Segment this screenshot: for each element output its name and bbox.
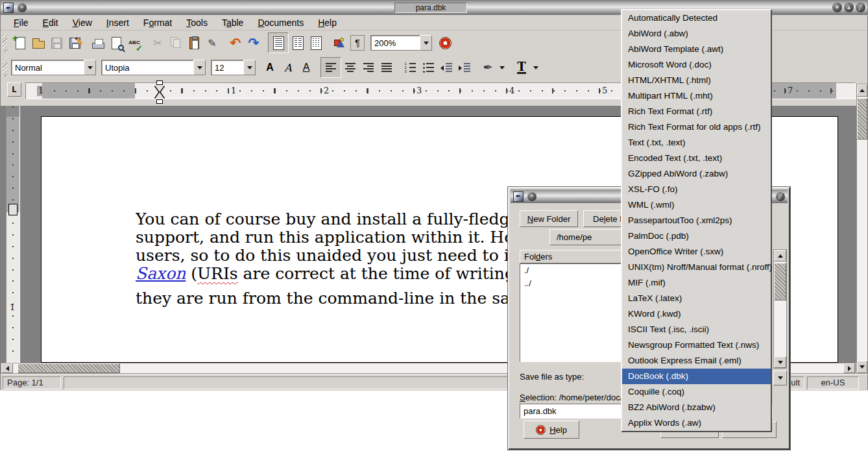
font-color-dropdown[interactable] <box>531 58 541 77</box>
file-type-option[interactable]: WML (.wml) <box>622 197 771 213</box>
file-type-option[interactable]: Multipart HTML (.mht) <box>622 88 771 104</box>
file-type-option[interactable]: KWord (.kwd) <box>622 306 771 322</box>
decrease-indent-button[interactable] <box>437 58 455 77</box>
new-folder-button[interactable]: New Folder <box>520 210 578 227</box>
language-indicator[interactable]: en-US <box>807 376 859 389</box>
dialog-help-button[interactable]: Help <box>524 421 579 439</box>
file-type-option[interactable]: GZipped AbiWord (.zabw) <box>622 166 771 182</box>
style-value[interactable]: Normal <box>11 60 84 75</box>
file-type-option[interactable]: Coquille (.coq) <box>622 384 771 400</box>
menu-item[interactable]: Tools <box>180 16 214 29</box>
file-type-option[interactable]: UNIX(tm) Nroff/Manual format (.nroff) <box>622 260 771 275</box>
menu-item[interactable]: Documents <box>251 16 310 29</box>
window-menu-button[interactable]: • <box>18 3 27 12</box>
menu-item[interactable]: Table <box>215 16 250 29</box>
menu-item[interactable]: Insert <box>100 16 136 29</box>
spellcheck-button[interactable]: ABC✓ <box>125 34 143 52</box>
font-color-button[interactable]: T <box>512 58 531 77</box>
menu-item[interactable]: Help <box>311 16 343 29</box>
file-type-option[interactable]: Applix Words (.aw) <box>622 415 771 431</box>
file-type-combo-arrow[interactable] <box>773 371 787 385</box>
file-type-option[interactable]: Newsgroup Formatted Text (.nws) <box>622 337 771 353</box>
help-button[interactable] <box>436 34 454 52</box>
dialog-menu-button[interactable]: • <box>527 192 536 201</box>
highlight-color-button[interactable]: ✒ <box>479 58 497 77</box>
file-type-option[interactable]: Rich Text Format for old apps (.rtf) <box>622 119 771 135</box>
left-indent-handle-bottom[interactable] <box>155 92 164 99</box>
file-type-option[interactable]: PalmDoc (.pdb) <box>622 228 771 244</box>
first-line-indent-handle[interactable] <box>156 80 163 85</box>
underline-button[interactable]: A <box>297 58 315 77</box>
print-preview-button[interactable] <box>107 34 125 52</box>
open-button[interactable] <box>29 34 47 52</box>
tab-selector-button[interactable]: L <box>7 82 21 97</box>
font-size-dropdown-button[interactable] <box>243 60 256 75</box>
save-as-button[interactable] <box>66 34 84 52</box>
file-type-option[interactable]: AbiWord Template (.awt) <box>622 42 771 57</box>
save-button[interactable] <box>47 34 66 52</box>
top-margin-handle[interactable] <box>8 204 18 215</box>
file-type-option[interactable]: OpenOffice Writer (.sxw) <box>622 244 771 260</box>
files-scroll-down-button[interactable] <box>774 356 786 368</box>
align-justify-button[interactable] <box>378 58 396 77</box>
scroll-down-button[interactable] <box>857 361 867 373</box>
files-scroll-thumb[interactable] <box>774 263 786 300</box>
cut-button[interactable]: ✂ <box>149 34 167 52</box>
zoom-value[interactable]: 200% <box>370 35 420 51</box>
paste-button[interactable] <box>185 34 203 52</box>
view-three-columns-button[interactable] <box>307 34 325 52</box>
files-scroll-up-button[interactable] <box>774 250 786 262</box>
zoom-page-button[interactable] <box>330 34 348 52</box>
menu-item[interactable]: Format <box>137 16 178 29</box>
view-one-column-button[interactable] <box>268 32 289 53</box>
undo-button[interactable]: ↶ <box>226 34 245 52</box>
saxon-hyperlink[interactable]: Saxon <box>136 264 186 283</box>
font-dropdown-button[interactable] <box>193 60 206 75</box>
vertical-ruler[interactable]: 1 <box>6 106 20 363</box>
file-type-option[interactable]: AbiWord (.abw) <box>622 26 771 42</box>
file-type-option[interactable]: Encoded Text (.txt, .text) <box>622 151 771 166</box>
file-type-option[interactable]: BZ2 AbiWord (.bzabw) <box>622 400 771 415</box>
scroll-right-button[interactable] <box>843 363 855 373</box>
files-list-scrollbar[interactable] <box>773 249 787 369</box>
align-center-button[interactable] <box>341 58 359 77</box>
maximize-button[interactable]: ▴ <box>844 3 854 12</box>
copy-button[interactable] <box>167 34 185 52</box>
left-indent-handle-top[interactable] <box>155 86 164 92</box>
italic-button[interactable]: A <box>279 58 297 77</box>
numbered-list-button[interactable]: 123 <box>401 58 419 77</box>
file-type-option[interactable]: MIF (.mif) <box>622 275 771 291</box>
align-left-button[interactable] <box>320 57 341 78</box>
scroll-up-button[interactable] <box>857 84 867 97</box>
toolbar-grip[interactable] <box>3 58 7 77</box>
file-type-option[interactable]: LaTeX (.latex) <box>622 291 771 306</box>
highlight-color-dropdown[interactable] <box>497 58 507 77</box>
font-value[interactable]: Utopia <box>101 60 193 75</box>
zoom-dropdown-button[interactable] <box>420 35 432 51</box>
menu-item[interactable]: View <box>66 16 99 29</box>
vertical-scrollbar[interactable] <box>856 84 868 374</box>
dialog-close-button[interactable]: ╱ <box>776 192 785 201</box>
format-painter-button[interactable]: ✎ <box>203 34 221 52</box>
file-type-option[interactable]: Microsoft Word (.doc) <box>622 57 771 73</box>
file-type-option[interactable]: XSL-FO (.fo) <box>622 182 771 197</box>
close-button[interactable]: ╱ <box>856 3 865 12</box>
menu-item[interactable]: File <box>7 16 35 29</box>
vertical-scroll-thumb[interactable] <box>857 98 867 140</box>
horizontal-scroll-thumb[interactable] <box>18 363 120 373</box>
style-dropdown-button[interactable] <box>84 60 96 75</box>
font-size-value[interactable]: 12 <box>211 60 243 75</box>
minimize-button[interactable]: ▾ <box>832 3 842 12</box>
file-type-option[interactable]: PassepartoutToo (.xml2ps) <box>622 213 771 228</box>
file-type-option[interactable]: Outlook Express Email (.eml) <box>622 353 771 369</box>
view-two-columns-button[interactable] <box>289 34 307 52</box>
file-type-option[interactable]: Automatically Detected <box>622 10 771 26</box>
toolbar-grip[interactable] <box>3 34 7 52</box>
bullet-list-button[interactable] <box>419 58 437 77</box>
align-right-button[interactable] <box>359 58 378 77</box>
indent-marker[interactable] <box>155 80 165 105</box>
file-type-option[interactable]: ISCII Text (.isc, .iscii) <box>622 322 771 337</box>
file-type-option[interactable]: DocBook (.dbk) <box>622 369 771 384</box>
print-button[interactable] <box>89 34 107 52</box>
new-document-button[interactable]: + <box>11 34 29 52</box>
